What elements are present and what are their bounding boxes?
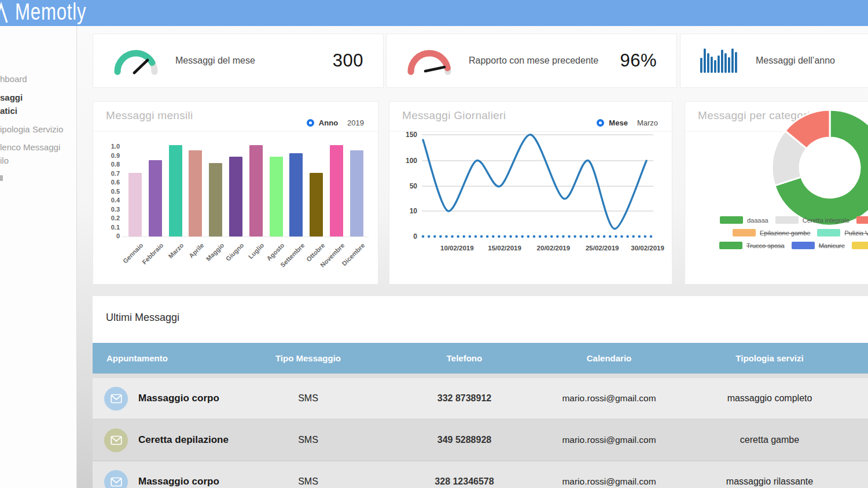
gauge-red-icon	[405, 45, 454, 76]
message-type: SMS	[234, 476, 382, 487]
column-header-tipologia-servizi: Tipologia servizi	[671, 353, 868, 363]
x-tick-label: Febbraio	[141, 242, 164, 265]
bar-maggio[interactable]	[209, 163, 222, 236]
sidebar-item-automatici[interactable]: atici	[0, 106, 17, 116]
year-bar	[711, 57, 713, 73]
service-type: massaggio completo	[671, 393, 868, 404]
bar-febbraio[interactable]	[149, 160, 162, 236]
brand-logo-icon	[0, 2, 11, 25]
year-bar	[714, 60, 716, 73]
bar-agosto[interactable]	[270, 157, 283, 236]
y-tick-label: 0.3	[97, 206, 120, 213]
legend-label: Manicure	[819, 242, 845, 249]
table-row[interactable]: Massaggio corpo SMS 328 12346578 mario.r…	[93, 461, 868, 488]
x-tick-label: 20/02/2019	[537, 245, 571, 252]
kpi-label: Messaggi del mese	[175, 56, 255, 66]
daily-messages-chart-card: Messaggi Giornalieri Mese Marzo 15010050…	[389, 101, 672, 284]
bar-novembre[interactable]	[330, 145, 343, 236]
table-row[interactable]: Massaggio corpo SMS 332 8738912 mario.ro…	[93, 378, 868, 419]
sidebar-item-profilo[interactable]: ilo	[0, 156, 9, 165]
legend-item[interactable]	[856, 216, 868, 224]
y-tick-label: 0.1	[97, 224, 120, 231]
appointment-name: Massaggio corpo	[138, 393, 219, 404]
chart-title: Messaggi Giornalieri	[402, 109, 506, 122]
legend-item[interactable]: Ceretta integrale	[775, 216, 849, 224]
kpi-label: Messaggi dell’anno	[756, 56, 835, 66]
legend-swatch	[817, 229, 840, 236]
bar-gennaio[interactable]	[128, 173, 142, 236]
envelope-icon	[104, 428, 128, 452]
kpi-label: Rapporto con mese precedente	[469, 56, 598, 66]
phone-number: 332 8738912	[382, 393, 547, 404]
sidebar-item-elenco-messaggi[interactable]: lenco Messaggi	[0, 142, 60, 152]
legend-label: Pulizia Viso	[844, 230, 868, 236]
bar-luglio[interactable]	[249, 145, 263, 236]
app-header: Memotly	[0, 0, 868, 26]
envelope-icon	[104, 387, 128, 411]
legend-swatch	[733, 229, 756, 236]
monthly-bar-plot: 1.00.90.80.70.60.50.40.30.20.10GennaioFe…	[93, 102, 378, 284]
bar-ottobre[interactable]	[310, 173, 323, 236]
table-row[interactable]: Ceretta depilazione SMS 349 5288928 mari…	[93, 420, 868, 460]
calendar-email: mario.rossi@gmail.com	[547, 476, 671, 487]
table-header-row: Appuntamento Tipo Messaggio Telefono Cal…	[93, 343, 868, 374]
y-tick-label: 0.5	[97, 188, 120, 195]
year-bar	[700, 58, 703, 73]
legend-item[interactable]	[852, 242, 868, 249]
daily-messages-line[interactable]	[423, 135, 646, 229]
kpi-value: 300	[333, 50, 363, 71]
sidebar-item-tipologia-servizio[interactable]: ipologia Servizio	[0, 124, 63, 134]
sidebar-item-messaggi[interactable]: saggi	[0, 93, 23, 102]
bar-marzo[interactable]	[169, 145, 182, 236]
legend-swatch	[719, 242, 742, 249]
bar-giugno[interactable]	[229, 157, 242, 236]
y-tick-label: 0.4	[97, 197, 120, 204]
y-tick-label: 50	[410, 182, 418, 190]
kpi-value: 96%	[620, 50, 657, 71]
y-tick-label: 0	[97, 232, 120, 239]
daily-line-chart: 1501005010010/02/201915/02/201920/02/201…	[389, 125, 673, 275]
x-tick-label: Giugno	[225, 242, 245, 263]
legend-item[interactable]: Pulizia Viso	[817, 229, 868, 236]
legend-row: Trucco sposaManicure	[719, 242, 868, 249]
legend-swatch	[856, 216, 868, 224]
calendar-email: mario.rossi@gmail.com	[547, 435, 671, 445]
legend-item[interactable]: Epilazione gambe	[733, 229, 810, 236]
phone-number: 349 5288928	[382, 435, 547, 445]
legend-item[interactable]: daaaaa	[720, 216, 768, 224]
year-bar	[707, 53, 709, 73]
legend-swatch	[720, 216, 743, 224]
legend-label: Trucco sposa	[746, 242, 785, 249]
monthly-messages-chart-card: Messaggi mensili Anno 2019 1.00.90.80.70…	[93, 101, 378, 284]
bar-dicembre[interactable]	[350, 150, 363, 236]
y-tick-label: 0.9	[97, 152, 120, 159]
appointment-name: Ceretta depilazione	[138, 434, 229, 446]
x-tick-label: Marzo	[167, 242, 185, 260]
service-type: ceretta gambe	[671, 435, 868, 445]
column-header-tipo-messaggio: Tipo Messaggio	[234, 353, 382, 363]
donut-legend: daaaaaCeretta integraleEpilazione gambeP…	[685, 102, 868, 284]
legend-item[interactable]: Manicure	[792, 242, 845, 249]
year-bar	[724, 53, 727, 73]
legend-label: daaaaa	[747, 217, 768, 224]
sidebar: hboard saggi atici ipologia Servizio len…	[0, 26, 77, 488]
brand-name: Memotly	[15, 0, 86, 25]
year-bar	[735, 52, 737, 73]
legend-swatch	[775, 216, 799, 224]
x-tick-label: 10/02/2019	[440, 245, 474, 252]
x-tick-label: Aprile	[187, 242, 205, 260]
kpi-card-messaggi-anno: Messaggi dell’anno	[680, 34, 868, 88]
column-header-calendario: Calendario	[547, 353, 671, 363]
legend-label: Epilazione gambe	[760, 230, 810, 236]
sidebar-item-dashboard[interactable]: hboard	[0, 74, 27, 84]
bar-aprile[interactable]	[189, 150, 202, 236]
year-bar	[721, 50, 723, 73]
service-type: massaggio rilassante	[671, 476, 868, 487]
legend-swatch	[852, 242, 868, 249]
x-tick-label: 25/02/2019	[586, 245, 619, 252]
year-bar	[704, 49, 706, 73]
year-bar	[718, 56, 720, 73]
legend-item[interactable]: Trucco sposa	[719, 242, 785, 249]
column-header-telefono: Telefono	[382, 353, 547, 363]
bar-settembre[interactable]	[289, 153, 303, 236]
